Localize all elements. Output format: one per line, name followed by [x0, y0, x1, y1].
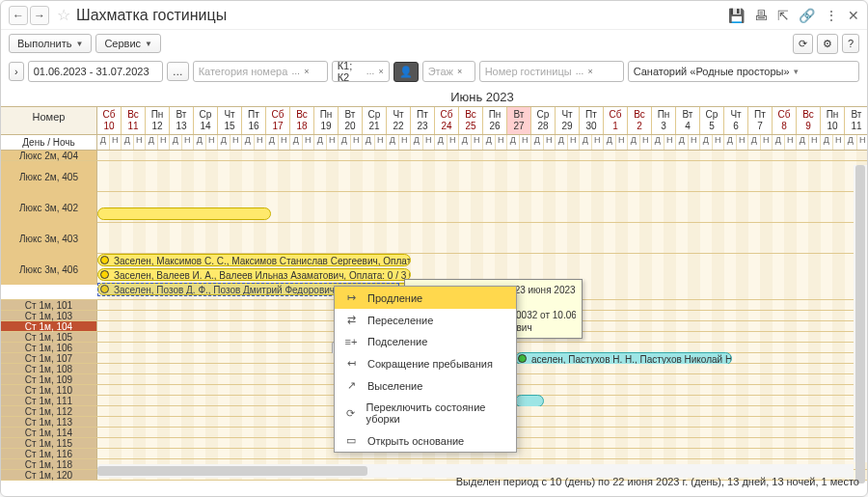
- day-header-11[interactable]: Вт11: [845, 107, 867, 134]
- day-header-28[interactable]: Ср28: [531, 107, 556, 134]
- export-icon[interactable]: ⇱: [777, 8, 789, 23]
- room-label[interactable]: Люкс 2м, 405: [1, 161, 97, 192]
- day-header-9[interactable]: Вс9: [797, 107, 821, 134]
- help-button[interactable]: ?: [842, 34, 859, 53]
- nav-back-button[interactable]: ←: [9, 6, 28, 25]
- room-label[interactable]: Ст 1м, 111: [1, 396, 97, 405]
- day-header-11[interactable]: Вс11: [122, 107, 146, 134]
- period-picker-button[interactable]: …: [167, 62, 189, 81]
- day-header-24[interactable]: Сб24: [435, 107, 459, 134]
- room-row[interactable]: Люкс 3м, 402: [1, 192, 867, 223]
- settings-button[interactable]: ⚙: [817, 34, 838, 54]
- room-label[interactable]: Ст 1м, 112: [1, 406, 97, 416]
- ctx-item-выселение[interactable]: ↗Выселение: [335, 374, 516, 397]
- room-label[interactable]: Ст 1м, 106: [1, 343, 97, 352]
- day-header-22[interactable]: Чт22: [387, 107, 411, 134]
- room-row[interactable]: Люкс 3м, 403: [1, 223, 867, 254]
- room-label[interactable]: Люкс 3м, 402: [1, 192, 97, 223]
- day-header-23[interactable]: Пт23: [411, 107, 435, 134]
- guest-button[interactable]: 👤: [393, 62, 419, 82]
- ctx-item-подселение[interactable]: ≡+Подселение: [335, 331, 516, 352]
- more-icon[interactable]: ⋮: [825, 8, 838, 23]
- room-label[interactable]: Ст 1м, 101: [1, 300, 97, 310]
- save-icon[interactable]: 💾: [728, 8, 745, 23]
- day-header-21[interactable]: Ср21: [363, 107, 387, 134]
- period-field[interactable]: 01.06.2023 - 31.07.2023: [28, 61, 163, 82]
- room-label[interactable]: Ст 1м, 118: [1, 459, 97, 469]
- day-header-16[interactable]: Пт16: [242, 107, 266, 134]
- cells-area[interactable]: [97, 192, 867, 222]
- room-label[interactable]: Ст 1м, 107: [1, 353, 97, 363]
- period-next-button[interactable]: ›: [9, 62, 24, 81]
- day-header-7[interactable]: Пт7: [748, 107, 773, 134]
- day-header-17[interactable]: Сб17: [266, 107, 290, 134]
- ctx-item-сокращение-пребывания[interactable]: ↤Сокращение пребывания: [335, 352, 516, 374]
- day-header-10[interactable]: Сб10: [97, 107, 122, 134]
- room-label[interactable]: Люкс 3м, 403: [1, 223, 97, 254]
- day-header-27[interactable]: Вт27: [507, 107, 531, 134]
- day-header-25[interactable]: Вс25: [459, 107, 483, 134]
- service-button[interactable]: Сервис▼: [95, 34, 161, 53]
- day-header-19[interactable]: Пн19: [314, 107, 339, 134]
- booking-bar[interactable]: [97, 207, 271, 220]
- day-header-2[interactable]: Вс2: [628, 107, 652, 134]
- room-label[interactable]: Ст 1м, 115: [1, 438, 97, 448]
- horizontal-scroll-thumb[interactable]: [97, 466, 367, 476]
- day-header-20[interactable]: Вт20: [339, 107, 363, 134]
- day-header-18[interactable]: Вс18: [290, 107, 314, 134]
- link-icon[interactable]: 🔗: [799, 8, 815, 23]
- day-header-14[interactable]: Ср14: [194, 107, 218, 134]
- ctx-item-переселение[interactable]: ⇄Переселение: [335, 309, 516, 331]
- room-number-field[interactable]: Номер гостиницы…×: [479, 61, 624, 82]
- room-label[interactable]: Ст 1м, 110: [1, 385, 97, 395]
- day-header-8[interactable]: Сб8: [773, 107, 797, 134]
- day-header-1[interactable]: Сб1: [604, 107, 628, 134]
- room-label[interactable]: Ст 1м, 109: [1, 374, 97, 384]
- day-header-26[interactable]: Пн26: [483, 107, 507, 134]
- day-header-10[interactable]: Пн10: [821, 107, 845, 134]
- execute-button[interactable]: Выполнить▼: [9, 34, 92, 53]
- booking-bar[interactable]: Заселен, Максимов С. С., Максимов Станис…: [97, 254, 411, 266]
- room-label[interactable]: Ст 1м, 105: [1, 332, 97, 342]
- room-label[interactable]: Люкс 2м, 404: [1, 151, 97, 160]
- day-header-30[interactable]: Пт30: [580, 107, 604, 134]
- vertical-scrollbar[interactable]: [854, 165, 867, 462]
- dn-cell: Д: [797, 135, 809, 150]
- room-label[interactable]: Люкс 3м, 406: [1, 254, 97, 285]
- day-header-4[interactable]: Вт4: [676, 107, 700, 134]
- ctx-item-продление[interactable]: ↦Продление: [335, 287, 516, 309]
- hotel-field[interactable]: Санаторий «Родные просторы»▾: [628, 61, 859, 82]
- room-label[interactable]: Ст 1м, 120: [1, 470, 97, 480]
- floor-field[interactable]: Этаж×: [422, 61, 475, 82]
- close-icon[interactable]: ✕: [848, 8, 859, 23]
- room-label[interactable]: Ст 1м, 113: [1, 417, 97, 427]
- print-icon[interactable]: 🖶: [754, 8, 768, 23]
- vertical-scroll-thumb[interactable]: [855, 165, 865, 483]
- day-header-13[interactable]: Вт13: [170, 107, 194, 134]
- day-header-12[interactable]: Пн12: [146, 107, 170, 134]
- corps-field[interactable]: К1; К2…×: [332, 61, 390, 82]
- room-label[interactable]: Ст 1м, 103: [1, 311, 97, 320]
- room-row[interactable]: Люкс 2м, 405: [1, 161, 867, 192]
- booking-bar[interactable]: Заселен, Валеев И. А., Валеев Ильназ Аза…: [97, 268, 411, 281]
- day-header-6[interactable]: Чт6: [724, 107, 748, 134]
- room-label[interactable]: Ст 1м, 108: [1, 364, 97, 373]
- room-label[interactable]: Ст 1м, 104: [1, 321, 97, 331]
- cells-area[interactable]: [97, 161, 867, 191]
- favorite-star-icon[interactable]: ☆: [57, 6, 70, 24]
- room-label[interactable]: Ст 1м, 116: [1, 449, 97, 458]
- day-header-5[interactable]: Ср5: [700, 107, 724, 134]
- ctx-item-открыть-основание[interactable]: ▭Открыть основание: [335, 429, 516, 452]
- day-header-3[interactable]: Пн3: [652, 107, 676, 134]
- day-header-29[interactable]: Чт29: [556, 107, 580, 134]
- dn-cell: Д: [604, 135, 616, 150]
- day-header-15[interactable]: Чт15: [218, 107, 242, 134]
- category-field[interactable]: Категория номера…×: [193, 61, 328, 82]
- cells-area[interactable]: [97, 151, 867, 160]
- room-label[interactable]: Ст 1м, 114: [1, 428, 97, 437]
- nav-forward-button[interactable]: →: [30, 6, 49, 25]
- refresh-button[interactable]: ⟳: [793, 34, 813, 54]
- ctx-item-переключить-состояние-уборки[interactable]: ⟳Переключить состояние уборки: [335, 397, 516, 429]
- cells-area[interactable]: [97, 223, 867, 253]
- room-row[interactable]: Люкс 2м, 404: [1, 151, 867, 161]
